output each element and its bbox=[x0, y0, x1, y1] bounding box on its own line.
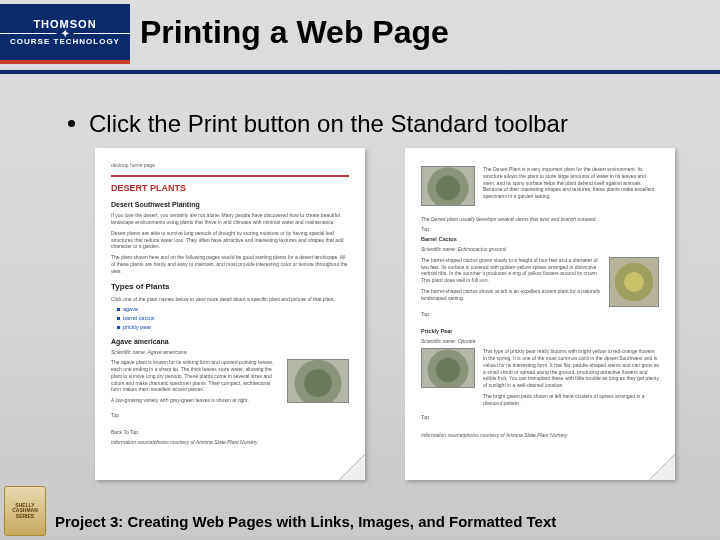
desert-plant-image bbox=[421, 166, 475, 206]
p1-h1: DESERT PLANTS bbox=[111, 183, 349, 195]
p1-sci: Scientific name: Agave americana bbox=[111, 349, 349, 356]
series-badge: SHELLY CASHMAN SERIES bbox=[4, 486, 46, 536]
brand-divider-star bbox=[0, 33, 130, 34]
barrel-cactus-image bbox=[609, 257, 659, 307]
p2-pp-heading: Prickly Pear bbox=[421, 328, 659, 335]
p1-list-intro: Click one of the plant names below to vi… bbox=[111, 296, 349, 303]
p1-para3: The plant shown here and on the followin… bbox=[111, 254, 349, 274]
brand-logo: THOMSON COURSE TECHNOLOGY bbox=[0, 4, 130, 60]
p1-link-3: prickly pear bbox=[117, 324, 349, 331]
header: THOMSON COURSE TECHNOLOGY Printing a Web… bbox=[0, 0, 720, 64]
p1-header: desktop home page bbox=[111, 162, 349, 169]
p2-bc-sci: Scientific name: Echinocactus grusonii bbox=[421, 246, 659, 253]
p1-h2: Desert Southwest Planting bbox=[111, 200, 349, 209]
p2-top-link-1: Top bbox=[421, 226, 659, 233]
p2-note: The Desert plant usually develops severa… bbox=[421, 216, 659, 223]
p2-pp-desc: This type of prickly pear really blooms … bbox=[483, 348, 659, 389]
p1-h3: Types of Plants bbox=[111, 282, 349, 292]
p1-row-agave: The agave plant is known for its strikin… bbox=[111, 359, 349, 408]
p2-barrel-section: Barrel Cactus Scientific name: Echinocac… bbox=[421, 236, 659, 317]
slide-title: Printing a Web Page bbox=[140, 14, 449, 51]
p1-link-1: agave bbox=[117, 306, 349, 313]
p2-top-desc: The Desert Plant is a very important pla… bbox=[483, 166, 659, 200]
print-page-2: The Desert Plant is a very important pla… bbox=[405, 148, 675, 480]
p1-para2: Desert plants are able to survive long p… bbox=[111, 230, 349, 250]
p2-bc-desc: The barrel-shaped cactus grows slowly to… bbox=[421, 257, 601, 284]
title-underline bbox=[0, 70, 720, 74]
brand-accent-bar bbox=[0, 60, 130, 64]
p2-prickly-section: Prickly Pear Scientific name: Opuntia Th… bbox=[421, 328, 659, 439]
bullet-line: Click the Print button on the Standard t… bbox=[68, 110, 568, 138]
p1-back-link: Back To Top bbox=[111, 429, 349, 436]
p1-tail: A low-growing variety with gray-green le… bbox=[111, 397, 279, 404]
p2-bc-heading: Barrel Cactus bbox=[421, 236, 659, 243]
footer-text: Project 3: Creating Web Pages with Links… bbox=[55, 513, 556, 530]
p1-para1: If you love the desert, you certainly ar… bbox=[111, 212, 349, 226]
p1-desc: The agave plant is known for its strikin… bbox=[111, 359, 279, 393]
p1-red-rule bbox=[111, 175, 349, 177]
bullet-text: Click the Print button on the Standard t… bbox=[89, 110, 568, 137]
p2-credit: Information source/photos courtesy of Ar… bbox=[421, 432, 659, 439]
p1-credit: Information source/photos courtesy of Ar… bbox=[111, 439, 349, 446]
p1-link-list: agave barrel cactus prickly pear bbox=[117, 306, 349, 330]
p2-pp-sci: Scientific name: Opuntia bbox=[421, 338, 659, 345]
badge-l3: SERIES bbox=[16, 514, 34, 520]
p2-pp-tail: The bright green pads shown at left have… bbox=[483, 393, 659, 407]
p1-link-2: barrel cactus bbox=[117, 315, 349, 322]
p2-bc-tail: The barrel-shaped cactus shown at left i… bbox=[421, 288, 601, 302]
print-page-1: desktop home page DESERT PLANTS Desert S… bbox=[95, 148, 365, 480]
p1-h4: Agave americana bbox=[111, 337, 349, 346]
bullet-dot-icon bbox=[68, 120, 75, 127]
print-preview-area: desktop home page DESERT PLANTS Desert S… bbox=[95, 148, 675, 480]
agave-image bbox=[287, 359, 349, 403]
prickly-pear-image bbox=[421, 348, 475, 388]
p2-back-link: Top bbox=[421, 414, 659, 421]
p2-top-link-2: Top bbox=[421, 311, 659, 318]
p2-top-row: The Desert Plant is a very important pla… bbox=[421, 166, 659, 206]
p1-top-link: Top bbox=[111, 412, 349, 419]
